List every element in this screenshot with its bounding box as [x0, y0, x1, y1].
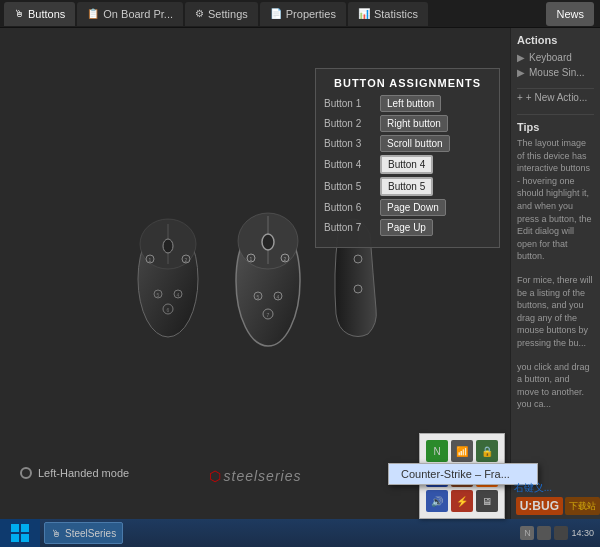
taskbar-tray: N 14:30	[514, 526, 600, 540]
watermark: U:BUG 下载站	[516, 497, 600, 515]
tab-statistics[interactable]: 📊 Statistics	[348, 2, 428, 26]
button-7-assign[interactable]: Page Up	[380, 219, 433, 236]
tab-properties[interactable]: 📄 Properties	[260, 2, 346, 26]
tips-section: Tips The layout image of this device has…	[517, 114, 594, 411]
tray-icon-1[interactable]: N	[426, 440, 448, 462]
assignment-row-2: Button 2 Right button	[324, 115, 491, 132]
button-5-assign[interactable]: Button 5	[380, 177, 433, 196]
actions-title: Actions	[517, 34, 594, 46]
svg-text:2: 2	[283, 256, 286, 262]
new-action-button[interactable]: + + New Actio...	[517, 88, 594, 106]
svg-rect-32	[11, 534, 19, 542]
start-button[interactable]	[0, 519, 40, 547]
svg-point-3	[163, 239, 173, 253]
svg-text:5: 5	[256, 294, 259, 300]
action-keyboard[interactable]: ▶ Keyboard	[517, 52, 594, 63]
tray-icon-7[interactable]: 🔊	[426, 490, 448, 512]
tab-buttons[interactable]: 🖱 Buttons	[4, 2, 75, 26]
svg-text:5: 5	[156, 292, 159, 298]
assignment-row-6: Button 6 Page Down	[324, 199, 491, 216]
tips-text-3: you click and drag a button, and move to…	[517, 361, 594, 411]
tips-text-1: The layout image of this device has inte…	[517, 137, 594, 263]
tips-text-2: For mice, there will be a listing of the…	[517, 274, 594, 350]
mouse-center-view: 1 2 5 4 7	[223, 206, 313, 351]
tips-title: Tips	[517, 121, 594, 133]
tray-icon-volume[interactable]	[537, 526, 551, 540]
tray-icon-2[interactable]: 📶	[451, 440, 473, 462]
buttons-icon: 🖱	[14, 8, 24, 19]
mouse-arrow-icon: ▶	[517, 67, 525, 78]
taskbar: 🖱 SteelSeries N 14:30	[0, 519, 600, 547]
plus-icon: +	[517, 92, 523, 103]
tab-onboard[interactable]: 📋 On Board Pr...	[77, 2, 183, 26]
action-mouse-single[interactable]: ▶ Mouse Sin...	[517, 67, 594, 78]
svg-text:2: 2	[184, 257, 187, 263]
assignment-row-4: Button 4 Button 4	[324, 155, 491, 174]
mouse-left-view: 1 2 5 4 6	[128, 214, 208, 344]
svg-text:7: 7	[266, 312, 269, 318]
steelseries-logo: steelseries	[224, 468, 302, 484]
svg-text:1: 1	[249, 256, 252, 262]
tray-icon-clock[interactable]	[554, 526, 568, 540]
assignment-row-1: Button 1 Left button	[324, 95, 491, 112]
svg-point-17	[262, 234, 274, 250]
svg-rect-31	[21, 524, 29, 532]
left-handed-mode[interactable]: Left-Handed mode	[20, 467, 129, 479]
svg-text:4: 4	[176, 292, 179, 298]
statistics-icon: 📊	[358, 8, 370, 19]
button-2-assign[interactable]: Right button	[380, 115, 448, 132]
button-6-assign[interactable]: Page Down	[380, 199, 446, 216]
onboard-icon: 📋	[87, 8, 99, 19]
properties-icon: 📄	[270, 8, 282, 19]
svg-text:6: 6	[166, 307, 169, 313]
tray-icon-8[interactable]: ⚡	[451, 490, 473, 512]
button-1-assign[interactable]: Left button	[380, 95, 441, 112]
watermark-sub: 下载站	[569, 501, 596, 511]
tab-news[interactable]: News	[546, 2, 594, 26]
china-text-label[interactable]: 右键义...	[514, 481, 552, 495]
assignment-row-7: Button 7 Page Up	[324, 219, 491, 236]
assignment-row-3: Button 3 Scroll button	[324, 135, 491, 152]
assignment-row-5: Button 5 Button 5	[324, 177, 491, 196]
assignments-panel: BUTTON ASSIGNMENTS Button 1 Left button …	[315, 68, 500, 248]
svg-rect-33	[21, 534, 29, 542]
svg-text:1: 1	[148, 257, 151, 263]
svg-text:4: 4	[276, 294, 279, 300]
right-panel: Actions ▶ Keyboard ▶ Mouse Sin... + + Ne…	[510, 28, 600, 519]
tab-settings[interactable]: ⚙ Settings	[185, 2, 258, 26]
watermark-main: U:BUG	[520, 499, 559, 513]
settings-icon: ⚙	[195, 8, 204, 19]
taskbar-icon: 🖱	[51, 528, 61, 539]
tray-icon-3[interactable]: 🔒	[476, 440, 498, 462]
tray-icon-network[interactable]: N	[520, 526, 534, 540]
taskbar-items: 🖱 SteelSeries	[40, 522, 514, 544]
taskbar-app-item[interactable]: 🖱 SteelSeries	[44, 522, 123, 544]
taskbar-time: 14:30	[571, 528, 594, 538]
button-4-assign[interactable]: Button 4	[380, 155, 433, 174]
left-handed-radio[interactable]	[20, 467, 32, 479]
main-content: 1 2 5 4 6	[0, 28, 600, 519]
svg-rect-30	[11, 524, 19, 532]
tab-bar: 🖱 Buttons 📋 On Board Pr... ⚙ Settings 📄 …	[0, 0, 600, 28]
windows-logo-icon	[10, 523, 30, 543]
tray-icon-9[interactable]: 🖥	[476, 490, 498, 512]
keyboard-arrow-icon: ▶	[517, 52, 525, 63]
button-3-assign[interactable]: Scroll button	[380, 135, 450, 152]
assignments-title: BUTTON ASSIGNMENTS	[324, 77, 491, 89]
